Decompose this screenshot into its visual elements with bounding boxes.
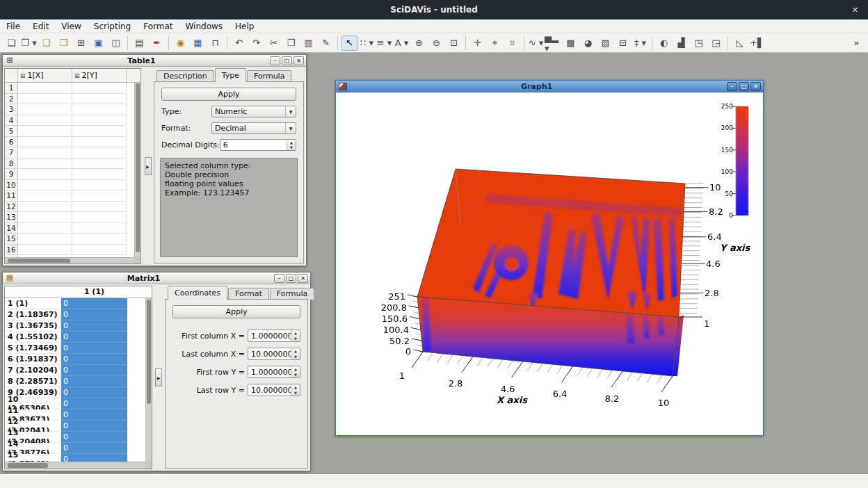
matrix-cell-selected[interactable]: 0 (61, 354, 127, 365)
cell[interactable] (72, 147, 127, 158)
cell[interactable] (18, 190, 72, 202)
app-titlebar[interactable]: SciDAVis - untitled ✕ (0, 0, 868, 19)
table1-column-header[interactable]: ⊞ 1[X] (18, 69, 72, 82)
plot-pie-icon[interactable]: ◕ (579, 35, 597, 51)
spin-up-button[interactable]: ▲ (291, 330, 300, 336)
cell[interactable] (18, 94, 72, 105)
cell[interactable] (72, 83, 127, 94)
cell[interactable] (72, 180, 127, 191)
table1-horizontal-scrollbar[interactable] (5, 257, 134, 263)
row-number[interactable]: 15 (5, 234, 18, 245)
matrix1-minimize-button[interactable]: – (274, 274, 284, 283)
matrix-cell-selected[interactable]: 0 (61, 365, 127, 376)
matrix-row-header[interactable]: 2 (1.18367) (5, 309, 61, 320)
tab-formula[interactable]: Formula (247, 70, 291, 82)
spin-down-button[interactable]: ▼ (287, 145, 296, 151)
cell[interactable] (18, 147, 72, 158)
type-select[interactable]: Numeric ▼ (211, 106, 296, 117)
row-number[interactable]: 13 (5, 212, 18, 223)
new-table-icon[interactable]: ❐ ▾ (20, 35, 38, 51)
matrix-cell-selected[interactable]: 0 (61, 298, 127, 309)
plot-3d-bars-icon[interactable]: ▧ (597, 35, 614, 51)
cell[interactable] (18, 115, 72, 127)
cell[interactable] (18, 180, 72, 191)
project-explorer-icon[interactable]: ◉ (172, 35, 189, 51)
zoom-in-icon[interactable]: ⊕ (410, 35, 428, 51)
spin-up-button[interactable]: ▲ (287, 140, 296, 145)
row-number[interactable]: 2 (5, 94, 18, 105)
rescale-icon[interactable]: ⊡ (445, 35, 463, 51)
cell[interactable] (72, 115, 127, 127)
matrix-row-header[interactable]: 7 (2.10204) (5, 365, 61, 376)
cell[interactable] (18, 212, 72, 223)
plot-line-icon[interactable]: ∿ ▾ (527, 35, 545, 51)
cell[interactable] (18, 234, 72, 245)
matrix-cell-selected[interactable]: 0 (61, 409, 127, 421)
matrix1-maximize-button[interactable]: □ (286, 274, 296, 283)
cell[interactable] (72, 223, 127, 234)
row-number[interactable]: 5 (5, 126, 18, 137)
spin-up-button[interactable]: ▲ (291, 348, 300, 354)
select-lines-icon[interactable]: ≡ ▾ (376, 35, 393, 51)
row-number[interactable]: 12 (5, 202, 18, 213)
cell[interactable] (18, 126, 72, 137)
tab-type[interactable]: Type (215, 68, 246, 82)
matrix-row-header[interactable]: 3 (1.36735) (5, 320, 61, 332)
matrix1-vertical-scrollbar[interactable] (145, 298, 152, 462)
cell[interactable] (72, 245, 127, 256)
matrix-cell-selected[interactable]: 0 (61, 443, 127, 454)
select-data-range-icon[interactable]: ∷ ▾ (358, 35, 376, 51)
data-reader-icon[interactable]: ⌖ (486, 35, 504, 51)
cell[interactable] (72, 212, 127, 223)
matrix-cell-selected[interactable]: 0 (61, 332, 127, 343)
scrollbar-thumb[interactable] (8, 463, 48, 468)
menu-item[interactable]: Windows (179, 19, 230, 33)
table1-grid[interactable]: ⊞ 1[X] ⊞ 2[Y] 1 (4, 68, 141, 264)
add-text-icon[interactable]: A ▾ (393, 35, 410, 51)
cell[interactable] (72, 94, 127, 105)
matrix-cell-selected[interactable]: 0 (61, 454, 127, 462)
matrix-row-header[interactable]: 1 (1) (5, 298, 61, 309)
matrix-cell-selected[interactable]: 0 (61, 432, 127, 443)
decimal-digits-stepper[interactable]: 6 ▲ ▼ (220, 139, 296, 151)
cell[interactable] (18, 202, 72, 213)
matrix1-close-button[interactable]: ✕ (298, 274, 308, 283)
scrollbar-thumb[interactable] (147, 300, 151, 404)
row-number[interactable]: 11 (5, 190, 18, 202)
apply-button[interactable]: Apply (161, 88, 296, 101)
graph1-close-button[interactable]: ✕ (750, 82, 761, 91)
export-pdf-icon[interactable]: ✒ (148, 35, 166, 51)
row-number[interactable]: 9 (5, 169, 18, 180)
coordinate-stepper[interactable]: 1.00000000 ▲ ▼ (248, 330, 300, 342)
zoom-out-icon[interactable]: ⊖ (428, 35, 445, 51)
new-project-icon[interactable]: ❏ (3, 35, 20, 51)
menu-item[interactable]: Scripting (88, 19, 137, 33)
cell[interactable] (72, 169, 127, 180)
table1-maximize-button[interactable]: □ (282, 56, 292, 65)
redo-icon[interactable]: ↷ (248, 35, 265, 51)
results-log-icon[interactable]: ▦ (189, 35, 207, 51)
import-ascii-icon[interactable]: ⊞ (72, 35, 90, 51)
plot-bars-icon[interactable]: ▅▂ ▾ (545, 35, 562, 51)
splitter-collapse-button[interactable]: ▶ (145, 157, 152, 175)
scrollbar-thumb[interactable] (8, 259, 70, 263)
row-number[interactable]: 16 (5, 245, 18, 256)
cell[interactable] (72, 137, 127, 148)
row-number[interactable]: 1 (5, 83, 18, 94)
menu-item[interactable]: View (55, 19, 87, 33)
menu-item[interactable]: Format (137, 19, 179, 33)
cell[interactable] (72, 190, 127, 202)
spin-down-button[interactable]: ▼ (291, 390, 300, 396)
plot-3d-surface-icon[interactable]: ◐ (655, 35, 673, 51)
matrix-cell-selected[interactable]: 0 (61, 376, 127, 387)
graph1-titlebar[interactable]: Graph1 – □ ✕ (336, 81, 763, 92)
coordinate-stepper[interactable]: 10.0000000 ▲ ▼ (248, 348, 300, 360)
table1-vertical-scrollbar[interactable] (134, 83, 140, 257)
open-project-icon[interactable]: ❑ (38, 35, 55, 51)
menu-item[interactable]: Edit (26, 19, 55, 33)
graph1-maximize-button[interactable]: □ (739, 82, 749, 91)
cell[interactable] (18, 223, 72, 234)
cut-icon[interactable]: ✂ (265, 35, 282, 51)
copy-icon[interactable]: ❐ (282, 35, 300, 51)
plot-box-icon[interactable]: ⊟ (614, 35, 632, 51)
